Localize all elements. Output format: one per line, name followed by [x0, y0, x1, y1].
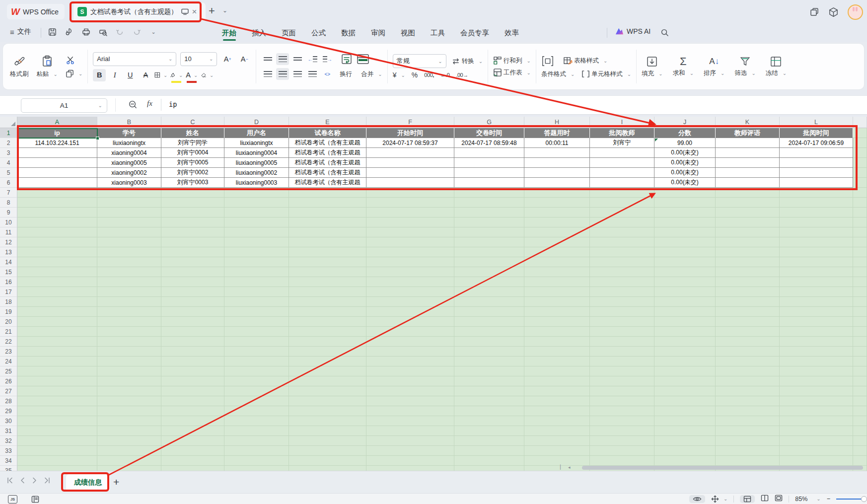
zoom-chevron-icon[interactable]: ⌄ [816, 496, 820, 502]
cell-G21[interactable] [454, 327, 524, 337]
cell-D27[interactable] [224, 386, 289, 396]
cell-H21[interactable] [524, 327, 590, 337]
cell-E29[interactable] [289, 406, 366, 416]
cell-K3[interactable] [716, 148, 780, 158]
cell-B8[interactable] [97, 198, 161, 208]
cell-B23[interactable] [97, 347, 161, 357]
column-header-L[interactable]: L [780, 117, 853, 128]
cell-G9[interactable] [454, 208, 524, 217]
cell-L25[interactable] [780, 366, 853, 376]
cell-C3[interactable]: 刘宵宁0004 [161, 148, 224, 158]
name-box-chevron-icon[interactable]: ⌄ [98, 103, 102, 108]
cell-C10[interactable] [161, 217, 224, 227]
cell-F4[interactable] [366, 158, 454, 168]
cell-I3[interactable] [590, 148, 654, 158]
row-header-21[interactable]: 21 [0, 327, 17, 337]
filter-button[interactable]: 筛选⌄ [734, 56, 755, 77]
cell-B27[interactable] [97, 386, 161, 396]
cell-I13[interactable] [590, 247, 654, 257]
cell-J20[interactable] [654, 317, 716, 327]
cell-B15[interactable] [97, 267, 161, 277]
row-header-8[interactable]: 8 [0, 198, 17, 208]
menu-tab-会员专享[interactable]: 会员专享 [459, 24, 490, 42]
cell-E31[interactable] [289, 426, 366, 436]
cell-H34[interactable] [524, 456, 590, 466]
cell-H23[interactable] [524, 347, 590, 357]
decrease-decimal-button[interactable]: ←.0 [440, 72, 450, 78]
cell-J13[interactable] [654, 247, 716, 257]
cell-B22[interactable] [97, 337, 161, 347]
cell-G1[interactable]: 交卷时间 [454, 128, 524, 138]
row-header-15[interactable]: 15 [0, 267, 17, 277]
next-sheet-icon[interactable] [32, 477, 37, 484]
font-color-button[interactable]: A⌄ [185, 69, 198, 81]
cell-J4[interactable]: 0.00(未交) [654, 158, 716, 168]
cell-E11[interactable] [289, 227, 366, 237]
print-preview-icon[interactable] [98, 27, 108, 37]
cell-A4[interactable] [17, 158, 97, 168]
cell-K9[interactable] [716, 208, 780, 217]
cell-L13[interactable] [780, 247, 853, 257]
horizontal-scrollbar[interactable]: ▏ ◂ [0, 465, 867, 471]
cell-F8[interactable] [366, 198, 454, 208]
cell-D18[interactable] [224, 297, 289, 307]
table-style-button[interactable]: 表格样式⌄ [563, 57, 607, 65]
cell-D22[interactable] [224, 337, 289, 347]
wps-ai-button[interactable]: WPS AI [615, 27, 650, 35]
cell-J12[interactable] [654, 237, 716, 247]
cell-C22[interactable] [161, 337, 224, 347]
zoom-level[interactable]: 85% [795, 496, 807, 503]
column-header-H[interactable]: H [524, 117, 590, 128]
cell-E2[interactable]: 档试卷考试（含有主观题 [289, 138, 366, 148]
search-icon[interactable] [660, 28, 669, 39]
cell-K33[interactable] [716, 446, 780, 456]
paste-button[interactable]: 粘贴⌄ [37, 55, 58, 78]
cell-I5[interactable] [590, 168, 654, 178]
cell-A15[interactable] [17, 267, 97, 277]
row-header-25[interactable]: 25 [0, 366, 17, 376]
cell-C26[interactable] [161, 376, 224, 386]
cell-J23[interactable] [654, 347, 716, 357]
cell-E25[interactable] [289, 366, 366, 376]
zoom-out-button[interactable]: − [827, 496, 830, 503]
cell-C6[interactable]: 刘宵宁0003 [161, 178, 224, 188]
cell-B33[interactable] [97, 446, 161, 456]
cell-G18[interactable] [454, 297, 524, 307]
cell-A33[interactable] [17, 446, 97, 456]
cell-L16[interactable] [780, 277, 853, 287]
rows-columns-button[interactable]: 行和列⌄ [493, 56, 531, 65]
cell-H20[interactable] [524, 317, 590, 327]
cell-G2[interactable]: 2024-07-17 08:59:48 [454, 138, 524, 148]
cell-F14[interactable] [366, 257, 454, 267]
row-header-28[interactable]: 28 [0, 396, 17, 406]
increase-font-button[interactable]: A+ [221, 53, 234, 65]
cell-I23[interactable] [590, 347, 654, 357]
cell-D3[interactable]: liuxiaoning0004 [224, 148, 289, 158]
cell-A6[interactable] [17, 178, 97, 188]
cell-H18[interactable] [524, 297, 590, 307]
cell-D7[interactable] [224, 188, 289, 198]
menu-tab-插入[interactable]: 插入 [251, 24, 267, 42]
cell-A31[interactable] [17, 426, 97, 436]
cell-F13[interactable] [366, 247, 454, 257]
merge-cells-button[interactable] [357, 53, 369, 65]
cell-G10[interactable] [454, 217, 524, 227]
cell-F22[interactable] [366, 337, 454, 347]
cell-I34[interactable] [590, 456, 654, 466]
cell-E20[interactable] [289, 317, 366, 327]
cell-I1[interactable]: 批阅教师 [590, 128, 654, 138]
freeze-button[interactable]: 冻结⌄ [766, 56, 787, 77]
row-header-20[interactable]: 20 [0, 317, 17, 327]
cell-H24[interactable] [524, 357, 590, 366]
cell-D19[interactable] [224, 307, 289, 317]
cell-F24[interactable] [366, 357, 454, 366]
row-header-1[interactable]: 1 [0, 128, 17, 138]
cell-E27[interactable] [289, 386, 366, 396]
column-header-K[interactable]: K [716, 117, 780, 128]
window-restore-icon[interactable] [809, 7, 819, 17]
cell-E1[interactable]: 试卷名称 [289, 128, 366, 138]
row-header-2[interactable]: 2 [0, 138, 17, 148]
scroll-left-icon[interactable]: ◂ [568, 465, 571, 470]
cell-H7[interactable] [524, 188, 590, 198]
cell-H13[interactable] [524, 247, 590, 257]
